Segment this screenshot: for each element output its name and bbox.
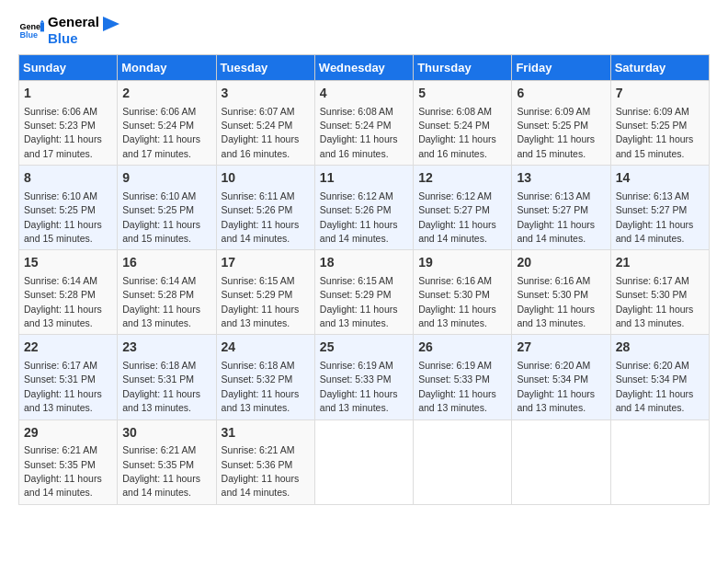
sunrise-text: Sunrise: 6:09 AM — [517, 106, 590, 117]
sunset-text: Sunset: 5:32 PM — [222, 373, 293, 385]
sunset-text: Sunset: 5:24 PM — [418, 120, 490, 131]
daylight-text: Daylight: 11 hours and 16 minutes. — [222, 133, 300, 158]
calendar-cell: 24 Sunrise: 6:18 AM Sunset: 5:32 PM Dayl… — [216, 335, 314, 419]
sunset-text: Sunset: 5:30 PM — [517, 289, 588, 300]
daylight-text: Daylight: 11 hours and 14 minutes. — [517, 219, 595, 244]
calendar-cell: 5 Sunrise: 6:08 AM Sunset: 5:24 PM Dayli… — [414, 81, 512, 166]
logo: General Blue General Blue — [18, 14, 119, 47]
daylight-text: Daylight: 11 hours and 15 minutes. — [616, 133, 694, 158]
sunset-text: Sunset: 5:28 PM — [122, 289, 194, 300]
calendar-cell: 28 Sunrise: 6:20 AM Sunset: 5:34 PM Dayl… — [610, 335, 709, 419]
sunset-text: Sunset: 5:30 PM — [616, 289, 688, 300]
day-number: 7 — [616, 85, 704, 103]
sunrise-text: Sunrise: 6:12 AM — [418, 190, 492, 201]
daylight-text: Daylight: 11 hours and 16 minutes. — [418, 133, 496, 158]
sunrise-text: Sunrise: 6:16 AM — [418, 275, 492, 286]
daylight-text: Daylight: 11 hours and 13 minutes. — [320, 304, 398, 328]
calendar-cell: 7 Sunrise: 6:09 AM Sunset: 5:25 PM Dayli… — [610, 81, 709, 166]
daylight-text: Daylight: 11 hours and 15 minutes. — [517, 133, 595, 158]
column-header-friday: Friday — [512, 55, 610, 81]
calendar-header-row: SundayMondayTuesdayWednesdayThursdayFrid… — [19, 55, 710, 81]
calendar-week-row: 1 Sunrise: 6:06 AM Sunset: 5:23 PM Dayli… — [19, 81, 710, 166]
sunrise-text: Sunrise: 6:08 AM — [418, 106, 492, 117]
daylight-text: Daylight: 11 hours and 14 minutes. — [418, 219, 496, 244]
calendar-cell: 30 Sunrise: 6:21 AM Sunset: 5:35 PM Dayl… — [118, 419, 216, 504]
daylight-text: Daylight: 11 hours and 13 minutes. — [418, 388, 496, 413]
calendar-cell: 3 Sunrise: 6:07 AM Sunset: 5:24 PM Dayli… — [216, 81, 314, 166]
sunrise-text: Sunrise: 6:20 AM — [517, 360, 590, 371]
sunset-text: Sunset: 5:31 PM — [122, 373, 194, 385]
sunset-text: Sunset: 5:34 PM — [517, 373, 588, 385]
sunset-text: Sunset: 5:26 PM — [222, 204, 293, 215]
sunrise-text: Sunrise: 6:10 AM — [24, 190, 97, 201]
calendar-cell: 31 Sunrise: 6:21 AM Sunset: 5:36 PM Dayl… — [216, 419, 314, 504]
calendar-cell: 12 Sunrise: 6:12 AM Sunset: 5:27 PM Dayl… — [414, 166, 512, 250]
calendar-cell: 17 Sunrise: 6:15 AM Sunset: 5:29 PM Dayl… — [216, 250, 314, 335]
day-number: 12 — [418, 169, 506, 188]
daylight-text: Daylight: 11 hours and 15 minutes. — [24, 219, 102, 244]
sunset-text: Sunset: 5:34 PM — [616, 373, 688, 385]
sunrise-text: Sunrise: 6:21 AM — [122, 444, 196, 455]
calendar-cell: 4 Sunrise: 6:08 AM Sunset: 5:24 PM Dayli… — [314, 81, 413, 166]
sunrise-text: Sunrise: 6:06 AM — [24, 106, 97, 117]
sunset-text: Sunset: 5:27 PM — [616, 204, 688, 215]
calendar-cell: 25 Sunrise: 6:19 AM Sunset: 5:33 PM Dayl… — [314, 335, 413, 419]
day-number: 10 — [222, 169, 310, 188]
daylight-text: Daylight: 11 hours and 14 minutes. — [616, 219, 694, 244]
daylight-text: Daylight: 11 hours and 13 minutes. — [24, 388, 102, 413]
logo-flag-icon — [103, 17, 119, 44]
sunrise-text: Sunrise: 6:15 AM — [222, 275, 295, 286]
calendar-table: SundayMondayTuesdayWednesdayThursdayFrid… — [18, 54, 710, 505]
daylight-text: Daylight: 11 hours and 13 minutes. — [517, 388, 595, 413]
sunrise-text: Sunrise: 6:10 AM — [122, 190, 196, 201]
calendar-cell: 20 Sunrise: 6:16 AM Sunset: 5:30 PM Dayl… — [512, 250, 610, 335]
sunrise-text: Sunrise: 6:17 AM — [616, 275, 689, 286]
sunset-text: Sunset: 5:29 PM — [222, 289, 293, 300]
day-number: 15 — [24, 254, 112, 272]
sunrise-text: Sunrise: 6:13 AM — [616, 190, 689, 201]
day-number: 23 — [122, 339, 210, 357]
sunset-text: Sunset: 5:35 PM — [122, 459, 194, 470]
sunset-text: Sunset: 5:33 PM — [320, 373, 392, 385]
day-number: 14 — [616, 169, 704, 188]
calendar-cell: 23 Sunrise: 6:18 AM Sunset: 5:31 PM Dayl… — [118, 335, 216, 419]
sunset-text: Sunset: 5:25 PM — [616, 120, 688, 131]
day-number: 18 — [320, 254, 408, 272]
day-number: 17 — [222, 254, 310, 272]
calendar-week-row: 15 Sunrise: 6:14 AM Sunset: 5:28 PM Dayl… — [19, 250, 710, 335]
calendar-week-row: 22 Sunrise: 6:17 AM Sunset: 5:31 PM Dayl… — [19, 335, 710, 419]
day-number: 31 — [222, 424, 310, 442]
calendar-cell: 6 Sunrise: 6:09 AM Sunset: 5:25 PM Dayli… — [512, 81, 610, 166]
sunset-text: Sunset: 5:29 PM — [320, 289, 392, 300]
daylight-text: Daylight: 11 hours and 14 minutes. — [222, 473, 300, 498]
sunrise-text: Sunrise: 6:18 AM — [222, 360, 295, 371]
day-number: 4 — [320, 85, 408, 103]
day-number: 3 — [222, 85, 310, 103]
calendar-cell: 14 Sunrise: 6:13 AM Sunset: 5:27 PM Dayl… — [610, 166, 709, 250]
daylight-text: Daylight: 11 hours and 14 minutes. — [24, 473, 102, 498]
daylight-text: Daylight: 11 hours and 13 minutes. — [320, 388, 398, 413]
day-number: 28 — [616, 339, 704, 357]
day-number: 22 — [24, 339, 112, 357]
calendar-cell — [610, 419, 709, 504]
calendar-cell: 18 Sunrise: 6:15 AM Sunset: 5:29 PM Dayl… — [314, 250, 413, 335]
sunset-text: Sunset: 5:28 PM — [24, 289, 96, 300]
calendar-cell — [414, 419, 512, 504]
sunset-text: Sunset: 5:27 PM — [418, 204, 490, 215]
day-number: 29 — [24, 424, 112, 442]
sunrise-text: Sunrise: 6:19 AM — [418, 360, 492, 371]
sunset-text: Sunset: 5:31 PM — [24, 373, 96, 385]
sunset-text: Sunset: 5:36 PM — [222, 459, 293, 470]
day-number: 20 — [517, 254, 605, 272]
sunrise-text: Sunrise: 6:07 AM — [222, 106, 295, 117]
sunrise-text: Sunrise: 6:11 AM — [222, 190, 295, 201]
day-number: 1 — [24, 85, 112, 103]
calendar-week-row: 8 Sunrise: 6:10 AM Sunset: 5:25 PM Dayli… — [19, 166, 710, 250]
sunset-text: Sunset: 5:25 PM — [24, 204, 96, 215]
calendar-cell: 15 Sunrise: 6:14 AM Sunset: 5:28 PM Dayl… — [19, 250, 118, 335]
sunset-text: Sunset: 5:33 PM — [418, 373, 490, 385]
calendar-cell: 21 Sunrise: 6:17 AM Sunset: 5:30 PM Dayl… — [610, 250, 709, 335]
calendar-cell: 1 Sunrise: 6:06 AM Sunset: 5:23 PM Dayli… — [19, 81, 118, 166]
calendar-cell: 26 Sunrise: 6:19 AM Sunset: 5:33 PM Dayl… — [414, 335, 512, 419]
daylight-text: Daylight: 11 hours and 17 minutes. — [24, 133, 102, 158]
